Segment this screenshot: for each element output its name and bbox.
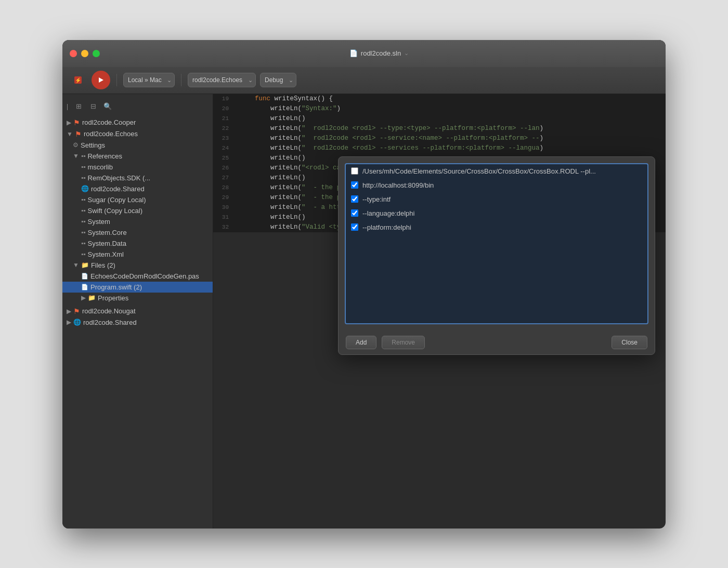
line-21: 21 writeLn()	[213, 114, 666, 124]
sidebar-label-echoes: rodl2code.Echoes	[84, 130, 138, 138]
sidebar-label-mscorlib: mscorlib	[88, 163, 113, 171]
line-23: 23 writeLn(" rodl2code <rodl> --service:…	[213, 134, 666, 143]
sidebar-label-system-data: System.Data	[88, 240, 126, 247]
build-icon: ⚡	[73, 75, 83, 85]
dialog-list-item-2[interactable]: --type:intf	[346, 192, 647, 206]
sidebar-label-remobjects: RemObjects.SDK (...	[88, 174, 151, 182]
sidebar[interactable]: | ⊞ ⊟ 🔍 ▶ ⚑ rodl2code.Cooper ▼ ⚑ rodl2co…	[62, 94, 213, 529]
build-button[interactable]: ⚡	[69, 71, 87, 89]
config-select[interactable]: Debug	[260, 73, 296, 87]
sidebar-item-shared[interactable]: ▶ 🌐 rodl2code.Shared	[62, 317, 213, 328]
sidebar-item-system-core[interactable]: ▪▪ System.Core	[62, 227, 213, 238]
dialog-list-item-0[interactable]: /Users/mh/Code/Elements/Source/CrossBox/…	[346, 164, 647, 178]
sidebar-label-system-core: System.Core	[88, 229, 127, 236]
toolbar-divider-2	[181, 74, 181, 86]
sidebar-label-shared-ref: rodl2code.Shared	[91, 185, 145, 193]
close-dialog-button[interactable]: Close	[612, 336, 647, 349]
ref-icon-swift: ▪▪	[81, 207, 86, 214]
dialog-checkbox-1[interactable]	[351, 181, 358, 189]
sidebar-grid-btn[interactable]: ⊞	[72, 100, 85, 113]
line-20: 20 writeLn("Syntax:")	[213, 104, 666, 114]
sidebar-item-echoescodegen[interactable]: 📄 EchoesCodeDomRodlCodeGen.pas	[62, 271, 213, 282]
rodl-dialog[interactable]: /Users/mh/Code/Elements/Source/CrossBox/…	[338, 156, 655, 355]
main-window: 📄 rodl2code.sln ⌄ ⚡ Local » Mac	[62, 40, 666, 529]
chevron-right-icon-shared: ▶	[67, 319, 71, 326]
close-button[interactable]	[70, 50, 77, 57]
play-icon	[98, 77, 104, 83]
svg-text:⚡: ⚡	[75, 77, 82, 84]
sidebar-label-swift: Swift (Copy Local)	[88, 207, 142, 215]
sidebar-item-system-xml[interactable]: ▪▪ System.Xml	[62, 249, 213, 260]
line-24: 24 writeLn(" rodl2code <rodl> --services…	[213, 143, 666, 153]
dialog-list[interactable]: /Users/mh/Code/Elements/Source/CrossBox/…	[345, 163, 648, 324]
dialog-item-label-3: --language:delphi	[362, 209, 414, 217]
file-icon-pas: 📄	[81, 273, 88, 280]
dialog-list-item-3[interactable]: --language:delphi	[346, 206, 647, 220]
dialog-list-item-1[interactable]: http://localhost:8099/bin	[346, 178, 647, 192]
sidebar-item-files[interactable]: ▼ 📁 Files (2)	[62, 260, 213, 271]
remove-button[interactable]: Remove	[382, 336, 425, 349]
dialog-checkbox-3[interactable]	[351, 209, 358, 217]
sidebar-tree-btn[interactable]: ⊟	[87, 100, 99, 113]
ref-icon-system: ▪▪	[81, 218, 86, 225]
sidebar-label-sugar: Sugar (Copy Local)	[88, 196, 146, 204]
run-button[interactable]	[92, 71, 110, 89]
window-title: 📄 rodl2code.sln ⌄	[100, 49, 658, 57]
sidebar-label-echoescodegen: EchoesCodeDomRodlCodeGen.pas	[90, 272, 199, 280]
project-select[interactable]: rodl2code.Echoes	[188, 73, 256, 87]
dialog-checkbox-0[interactable]	[351, 167, 358, 175]
sidebar-label-files: Files (2)	[91, 261, 115, 269]
sidebar-search-btn[interactable]: 🔍	[101, 100, 114, 113]
ref-folder-icon: ▪▪	[81, 152, 86, 160]
dialog-checkbox-2[interactable]	[351, 195, 358, 203]
sidebar-item-swift[interactable]: ▪▪ Swift (Copy Local)	[62, 205, 213, 216]
ref-icon-remobjects: ▪▪	[81, 174, 86, 181]
toolbar: ⚡ Local » Mac rodl2code.Echoes Debug	[62, 67, 666, 94]
ref-icon-system-data: ▪▪	[81, 240, 86, 247]
sidebar-item-properties[interactable]: ▶ 📁 Properties	[62, 293, 213, 303]
toolbar-divider-1	[116, 74, 117, 86]
ref-icon-sugar: ▪▪	[81, 196, 86, 203]
ref-icon-system-xml: ▪▪	[81, 250, 86, 258]
sidebar-toolbar: | ⊞ ⊟ 🔍	[62, 98, 213, 115]
sidebar-label-properties: Properties	[98, 294, 128, 302]
title-chevron[interactable]: ⌄	[404, 50, 409, 57]
sidebar-item-shared-ref[interactable]: 🌐 rodl2code.Shared	[62, 183, 213, 194]
globe-icon-main: 🌐	[73, 319, 81, 326]
ref-icon-mscorlib: ▪▪	[81, 163, 86, 170]
dialog-checkbox-4[interactable]	[351, 223, 358, 231]
line-19: 19 func writeSyntax() {	[213, 94, 666, 104]
editor-area: 19 func writeSyntax() { 20 writeLn("Synt…	[213, 94, 666, 529]
sidebar-item-sugar[interactable]: ▪▪ Sugar (Copy Local)	[62, 194, 213, 205]
sidebar-item-cooper[interactable]: ▶ ⚑ rodl2code.Cooper	[62, 117, 213, 128]
maximize-button[interactable]	[93, 50, 100, 57]
project-select-wrapper: rodl2code.Echoes	[188, 73, 256, 87]
sidebar-item-settings[interactable]: ⚙ Settings	[62, 140, 213, 151]
sidebar-item-system-data[interactable]: ▪▪ System.Data	[62, 238, 213, 249]
chevron-down-icon-refs: ▼	[73, 152, 79, 160]
chevron-down-icon-echoes: ▼	[67, 130, 73, 138]
chevron-right-icon-nougat: ▶	[67, 308, 71, 315]
add-button[interactable]: Add	[346, 336, 376, 349]
config-select-wrapper: Debug	[260, 73, 296, 87]
sidebar-item-program-swift[interactable]: 📄 Program.swift (2)	[62, 282, 213, 293]
sidebar-item-system[interactable]: ▪▪ System	[62, 216, 213, 227]
chevron-right-icon: ▶	[67, 119, 71, 126]
sidebar-label-cooper: rodl2code.Cooper	[82, 118, 136, 126]
main-content: | ⊞ ⊟ 🔍 ▶ ⚑ rodl2code.Cooper ▼ ⚑ rodl2co…	[62, 94, 666, 529]
sidebar-label-program-swift: Program.swift (2)	[90, 283, 142, 291]
sidebar-item-remobjects[interactable]: ▪▪ RemObjects.SDK (...	[62, 173, 213, 183]
sidebar-item-nougat[interactable]: ▶ ⚑ rodl2code.Nougat	[62, 306, 213, 317]
sidebar-item-references[interactable]: ▼ ▪▪ References	[62, 151, 213, 162]
ref-icon-system-core: ▪▪	[81, 229, 86, 236]
sidebar-item-mscorlib[interactable]: ▪▪ mscorlib	[62, 162, 213, 173]
minimize-button[interactable]	[81, 50, 88, 57]
sidebar-label-system: System	[88, 218, 110, 226]
svg-marker-2	[99, 77, 103, 83]
dialog-list-item-4[interactable]: --platform:delphi	[346, 220, 647, 234]
location-select[interactable]: Local » Mac	[123, 73, 175, 87]
sidebar-item-echoes[interactable]: ▼ ⚑ rodl2code.Echoes	[62, 128, 213, 140]
dialog-item-label-0: /Users/mh/Code/Elements/Source/CrossBox/…	[362, 167, 596, 175]
gear-icon: ⚙	[73, 141, 79, 149]
chevron-right-icon-props: ▶	[81, 294, 86, 301]
